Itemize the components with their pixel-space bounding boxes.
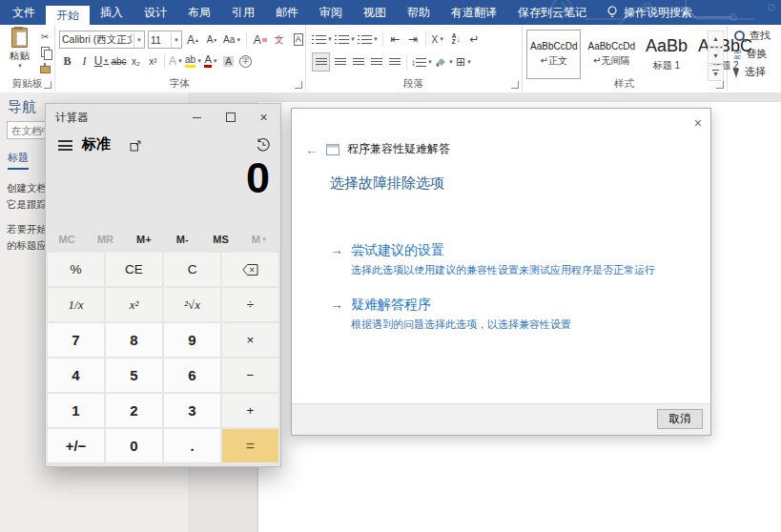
style-card-0[interactable]: AaBbCcDd↵正文 — [526, 30, 581, 79]
ribbon-tab-4[interactable]: 布局 — [177, 0, 221, 25]
strikethrough-button[interactable]: abc — [111, 52, 127, 70]
tell-me-search[interactable]: 操作说明搜索 — [606, 0, 692, 25]
digit-7-key[interactable]: 7 — [48, 323, 104, 357]
digit-9-key[interactable]: 9 — [164, 323, 220, 357]
show-formatting-marks-button[interactable]: ↵ — [466, 31, 483, 48]
memory-mplus-button[interactable]: M+ — [125, 230, 163, 249]
numbering-button[interactable]: ▼ — [335, 31, 356, 48]
ribbon-tab-1[interactable]: 开始 — [46, 6, 90, 25]
format-painter-button[interactable] — [38, 61, 51, 73]
subscript-button[interactable]: x₂ — [128, 52, 144, 70]
italic-button[interactable]: I — [76, 52, 92, 70]
copy-button[interactable] — [38, 46, 51, 58]
reciprocal-key[interactable]: 1/x — [48, 288, 104, 321]
shading-button[interactable]: ▼ — [435, 53, 454, 71]
keep-on-top-button[interactable] — [130, 138, 141, 155]
backspace-key[interactable] — [222, 253, 278, 286]
font-name-combo[interactable]: Calibri (西文正文 ▼ — [59, 31, 145, 49]
borders-button[interactable]: ⊞▼ — [456, 53, 472, 71]
character-shading-button[interactable]: A — [220, 52, 236, 70]
text-effects-button[interactable]: A▼ — [168, 52, 184, 70]
align-right-button[interactable] — [350, 53, 366, 71]
close-icon[interactable]: × — [694, 115, 702, 131]
clear-key[interactable]: C — [164, 253, 220, 286]
underline-button[interactable]: U▼ — [93, 52, 110, 70]
distribute-button[interactable] — [386, 53, 402, 71]
paragraph-dialog-launcher[interactable] — [511, 81, 519, 89]
sort-button[interactable]: AZ↓ — [448, 31, 464, 48]
digit-6-key[interactable]: 6 — [164, 358, 220, 392]
memory-mminus-button[interactable]: M- — [163, 230, 201, 249]
back-arrow-icon[interactable]: ← — [305, 142, 319, 157]
decrease-indent-button[interactable]: ⇤ — [387, 31, 403, 48]
square-root-key[interactable]: ²√x — [164, 288, 220, 321]
ribbon-tab-11[interactable]: 保存到云笔记 — [507, 0, 597, 25]
ribbon-tab-2[interactable]: 插入 — [90, 0, 134, 25]
text-highlight-button[interactable]: ab▼ — [185, 52, 202, 70]
memory-ms-button[interactable]: MS — [201, 230, 239, 249]
select-button[interactable]: 选择 — [734, 65, 781, 79]
percent-key[interactable]: % — [48, 253, 104, 286]
style-scroll-down-button[interactable]: ▼ — [708, 48, 724, 64]
superscript-button[interactable]: x² — [145, 52, 161, 70]
ribbon-tab-9[interactable]: 帮助 — [397, 0, 441, 25]
subtract-key[interactable]: − — [222, 358, 278, 392]
close-button[interactable]: × — [247, 104, 280, 131]
maximize-button[interactable] — [214, 104, 247, 131]
bullets-button[interactable]: ▼ — [312, 31, 333, 48]
line-spacing-button[interactable]: ↕▼ — [411, 53, 433, 71]
cut-button[interactable]: ✂ — [38, 31, 51, 43]
equals-key[interactable]: = — [222, 429, 278, 462]
clear-formatting-button[interactable]: A — [252, 31, 268, 49]
character-border-button[interactable]: A — [290, 31, 306, 49]
option-title[interactable]: 疑难解答程序 — [351, 297, 431, 314]
ribbon-tab-3[interactable]: 设计 — [134, 0, 177, 25]
bold-button[interactable]: B — [59, 52, 75, 70]
digit-2-key[interactable]: 2 — [106, 394, 162, 427]
font-dialog-launcher[interactable] — [295, 81, 302, 89]
digit-0-key[interactable]: 0 — [106, 429, 162, 462]
align-left-button[interactable] — [312, 52, 330, 72]
phonetic-guide-button[interactable]: 文 — [271, 31, 287, 49]
cancel-button[interactable]: 取消 — [657, 409, 703, 429]
troubleshooter-option-0[interactable]: →尝试建议的设置选择此选项以使用建议的兼容性设置来测试应用程序是否正常运行 — [330, 242, 682, 277]
increase-indent-button[interactable]: ⇥ — [405, 31, 421, 48]
align-center-button[interactable] — [332, 53, 348, 71]
troubleshooter-option-1[interactable]: →疑难解答程序根据遇到的问题选择此选项，以选择兼容性设置 — [330, 297, 682, 332]
shrink-font-button[interactable]: A▼ — [204, 31, 220, 49]
style-scroll-up-button[interactable]: ▲ — [708, 31, 724, 47]
font-size-combo[interactable]: 11 ▼ — [148, 31, 182, 49]
replace-button[interactable]: abac替换 — [734, 47, 781, 61]
digit-8-key[interactable]: 8 — [106, 323, 162, 357]
style-card-2[interactable]: AaBb标题 1 — [642, 30, 691, 79]
add-key[interactable]: + — [222, 394, 278, 427]
digit-1-key[interactable]: 1 — [48, 394, 104, 427]
find-button[interactable]: 查找 — [734, 29, 781, 43]
justify-button[interactable] — [368, 53, 384, 71]
ribbon-tab-10[interactable]: 有道翻译 — [441, 0, 507, 25]
enclose-characters-button[interactable]: 字 — [237, 52, 254, 70]
grow-font-button[interactable]: A▲ — [185, 31, 201, 49]
navigation-tab-0[interactable]: 标题 — [8, 151, 29, 170]
minimize-button[interactable] — [180, 104, 214, 131]
ribbon-tab-7[interactable]: 审阅 — [309, 0, 353, 25]
clipboard-dialog-launcher[interactable] — [44, 81, 51, 89]
negate-key[interactable]: +/− — [48, 429, 104, 462]
ribbon-tab-0[interactable]: 文件 — [2, 0, 46, 25]
digit-4-key[interactable]: 4 — [48, 358, 104, 392]
square-key[interactable]: x² — [106, 288, 162, 321]
digit-3-key[interactable]: 3 — [164, 394, 220, 427]
change-case-button[interactable]: Aa▼ — [223, 31, 241, 49]
clear-entry-key[interactable]: CE — [106, 253, 162, 286]
option-title[interactable]: 尝试建议的设置 — [351, 242, 444, 259]
multiply-key[interactable]: × — [222, 323, 278, 357]
asian-layout-button[interactable]: X▼ — [430, 31, 446, 48]
divide-key[interactable]: ÷ — [222, 288, 278, 321]
styles-dialog-launcher[interactable] — [716, 81, 724, 89]
ribbon-tab-6[interactable]: 邮件 — [265, 0, 309, 25]
hamburger-menu-icon[interactable] — [58, 140, 72, 151]
ribbon-tab-5[interactable]: 引用 — [221, 0, 265, 25]
paste-button[interactable]: 粘贴 ▼ — [3, 28, 36, 81]
ribbon-tab-8[interactable]: 视图 — [353, 0, 397, 25]
multilevel-list-button[interactable]: ▼ — [358, 31, 379, 48]
